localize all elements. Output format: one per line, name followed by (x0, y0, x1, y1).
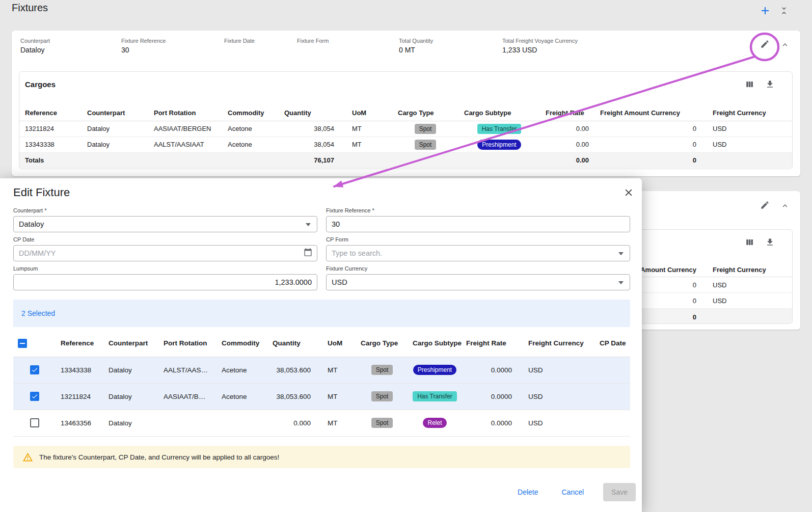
fixture-currency-select[interactable]: USD (326, 274, 630, 290)
cargo-select-row[interactable]: 13343338 Dataloy AALST/AAS… Acetone 38,0… (13, 357, 630, 383)
cp-form-combobox[interactable] (326, 245, 630, 261)
counterpart-field-group: Counterpart * Dataloy (13, 207, 317, 232)
field-label: Total Freight Voyage Currency (502, 38, 578, 44)
save-button[interactable]: Save (603, 483, 636, 501)
field-label: CP Date (13, 236, 317, 242)
chevron-down-icon (306, 223, 311, 226)
cell-port-rotation: AASIAAT/BERGEN (148, 121, 222, 137)
cell-cargo-type: Spot (356, 410, 408, 436)
row-checkbox[interactable] (30, 418, 39, 427)
cargo-subtype-badge: Has Transfer (413, 391, 457, 401)
edit-fixture-dialog: Edit Fixture Counterpart * Dataloy Fixtu… (0, 178, 642, 512)
cell-cargo-type: Spot (356, 357, 408, 383)
field-label: Counterpart * (13, 207, 317, 213)
dialog-title: Edit Fixture (13, 186, 70, 199)
columns-icon (745, 237, 754, 247)
fixture-currency-field-group: Fixture Currency USD (326, 265, 630, 290)
cell-cargo-subtype: Has Transfer (458, 121, 540, 137)
lumpsum-input[interactable] (14, 275, 317, 290)
cell-cp-date (595, 383, 630, 410)
column-settings-button[interactable] (742, 235, 756, 249)
col-uom: UoM (323, 330, 356, 357)
cargo-select-row[interactable]: 13211824 Dataloy AASIAAT/B… Acetone 38,0… (13, 383, 630, 410)
field-value: 0 MT (399, 46, 433, 55)
cargo-row[interactable]: 13343338 Dataloy AALST/AASIAAT Acetone 3… (19, 137, 793, 152)
col-commodity: Commodity (222, 105, 279, 121)
cell-reference: 13211824 (56, 383, 104, 410)
totals-quantity: 76,107 (279, 152, 346, 168)
col-cargo-type: Cargo Type (356, 330, 408, 357)
cell-quantity: 38,054 (279, 137, 346, 152)
cell-freight-currency: USD (524, 357, 595, 383)
cell-freight-amount-currency: 0 (594, 121, 707, 137)
field-label: Fixture Form (297, 38, 329, 44)
cp-date-input[interactable] (14, 246, 317, 261)
select-all-checkbox[interactable] (18, 339, 27, 348)
cp-form-input[interactable] (327, 246, 630, 261)
collapse-all-button[interactable] (777, 4, 791, 17)
cancel-button[interactable]: Cancel (557, 485, 588, 499)
field-label: Counterpart (20, 38, 50, 44)
delete-button[interactable]: Delete (513, 485, 542, 499)
cell-commodity (217, 410, 268, 436)
cell-commodity: Acetone (222, 121, 279, 137)
cell-commodity: Acetone (217, 357, 268, 383)
download-button[interactable] (763, 77, 777, 91)
edit-fixture-button[interactable] (757, 198, 772, 212)
totals-freight-amount: 0 (693, 313, 696, 320)
edit-fixture-button[interactable] (757, 37, 772, 51)
lumpsum-field-group: Lumpsum (13, 265, 317, 290)
cargo-row[interactable]: 13211824 Dataloy AASIAAT/BERGEN Acetone … (19, 121, 793, 137)
col-freight-currency: Freight Currency (707, 105, 793, 121)
col-commodity: Commodity (217, 330, 268, 357)
cell-cargo-subtype: Relet (408, 410, 462, 436)
cell-reference: 13343338 (19, 137, 82, 152)
selected-value: Dataloy (14, 220, 44, 228)
row-checkbox[interactable] (30, 365, 39, 374)
cargoes-title: Cargoes (25, 80, 56, 89)
collapse-card-button[interactable] (778, 38, 792, 52)
field-label: Lumpsum (13, 265, 317, 272)
chevron-up-icon (780, 201, 790, 210)
cell-cp-date (595, 357, 630, 383)
fixture-reference-input[interactable] (327, 217, 630, 232)
row-checkbox[interactable] (30, 392, 39, 401)
col-counterpart: Counterpart (82, 105, 148, 121)
pencil-icon (760, 39, 770, 49)
plus-icon (759, 5, 771, 17)
cp-date-field-group: CP Date (13, 236, 317, 261)
cargoes-panel: Cargoes Reference Counterpart Port Rotat… (19, 71, 793, 169)
field-fixture-reference: Fixture Reference 30 (121, 38, 166, 55)
close-dialog-button[interactable] (621, 185, 636, 200)
field-value (224, 46, 255, 55)
download-icon (765, 79, 775, 89)
cell-reference: 13463356 (56, 410, 104, 436)
counterpart-select[interactable]: Dataloy (13, 216, 317, 232)
cp-form-field-group: CP Form (326, 236, 630, 261)
chevron-up-icon (780, 40, 790, 49)
cell-port-rotation (159, 410, 217, 436)
field-label: Fixture Date (224, 38, 255, 44)
warning-banner: The fixture's Counterpart, CP Date, and … (13, 446, 630, 468)
cell-commodity: Acetone (217, 383, 268, 410)
cell-cargo-subtype: Preshipment (408, 357, 462, 383)
cell-counterpart: Dataloy (82, 137, 148, 152)
field-fixture-date: Fixture Date (224, 38, 255, 55)
cell-freight-rate: 0.0000 (462, 357, 524, 383)
download-button[interactable] (763, 235, 777, 249)
cargo-select-row[interactable]: 13463356 Dataloy 0.000 MT Spot Relet 0.0… (13, 410, 630, 436)
download-icon (765, 237, 775, 247)
calendar-icon[interactable] (304, 248, 312, 259)
cell-freight-amount: 0 (693, 297, 696, 305)
cell-port-rotation: AALST/AAS… (159, 357, 217, 383)
cell-reference: 13211824 (19, 121, 82, 137)
warning-text: The fixture's Counterpart, CP Date, and … (39, 453, 279, 461)
selected-value: USD (327, 278, 347, 286)
collapse-card-button[interactable] (778, 199, 792, 213)
column-settings-button[interactable] (742, 77, 756, 91)
cell-counterpart: Dataloy (82, 121, 148, 137)
col-freight-currency: Freight Currency (713, 265, 766, 273)
cell-freight-rate: 0.00 (540, 137, 594, 152)
add-fixture-button[interactable] (759, 4, 772, 17)
col-reference: Reference (56, 330, 104, 357)
